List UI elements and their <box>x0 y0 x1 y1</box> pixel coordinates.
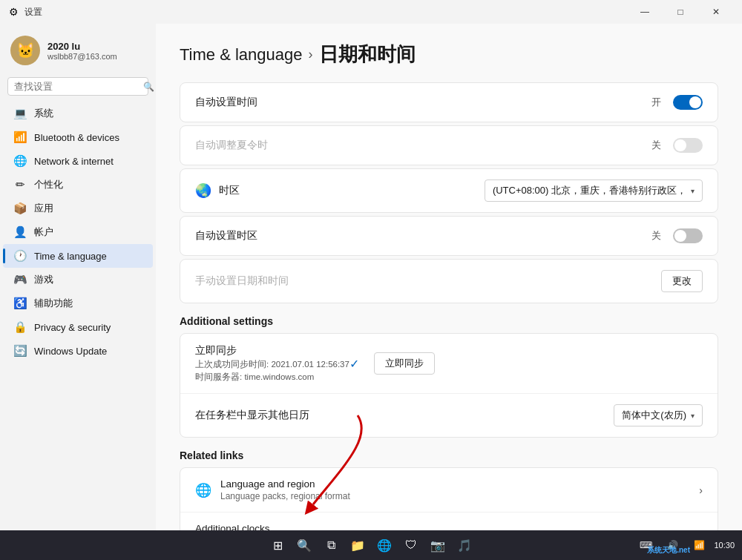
sidebar-item-bluetooth[interactable]: 📶 Bluetooth & devices <box>3 125 153 149</box>
language-region-row[interactable]: 🌐 Language and region Language packs, re… <box>180 468 718 512</box>
user-profile[interactable]: 🐱 2020 lu wslbb87@163.com <box>0 24 156 74</box>
datetime-display[interactable]: 10:30 <box>714 541 735 550</box>
search-input[interactable] <box>14 81 139 92</box>
start-button[interactable]: ⊞ <box>266 533 289 557</box>
auto-timezone-state-label: 关 <box>651 229 661 243</box>
app-body: 🐱 2020 lu wslbb87@163.com 🔍 💻 系统 📶 Bluet… <box>0 24 742 530</box>
calendar-dropdown[interactable]: 简体中文(农历) ▾ <box>614 404 703 426</box>
auto-time-state-label: 开 <box>651 96 661 109</box>
additional-clocks-title: Additional clocks <box>195 523 694 530</box>
sidebar-item-label: Time & language <box>34 251 107 262</box>
time-display: 10:30 <box>714 541 735 550</box>
related-links-section: 🌐 Language and region Language packs, re… <box>180 467 718 530</box>
breadcrumb-parent[interactable]: Time & language <box>180 45 303 65</box>
sync-title: 立即同步 <box>195 344 349 358</box>
user-info: 2020 lu wslbb87@163.com <box>47 41 117 61</box>
checkmark-icon: ✓ <box>349 357 359 371</box>
auto-timezone-toggle[interactable] <box>673 228 703 243</box>
breadcrumb: Time & language › 日期和时间 <box>180 42 718 67</box>
auto-timezone-row: 自动设置时区 关 <box>180 217 718 255</box>
accounts-icon: 👤 <box>13 225 27 239</box>
manual-datetime-label: 手动设置日期和时间 <box>195 274 661 288</box>
maximize-button[interactable]: □ <box>663 0 697 24</box>
avatar: 🐱 <box>10 36 40 65</box>
sidebar-item-label: 系统 <box>34 107 53 120</box>
calendar-value: 简体中文(农历) <box>622 409 686 422</box>
sync-now-button[interactable]: 立即同步 <box>374 352 435 375</box>
sidebar-item-time[interactable]: 🕐 Time & language <box>3 244 153 268</box>
sidebar-item-network[interactable]: 🌐 Network & internet <box>3 149 153 173</box>
camera-button[interactable]: 📷 <box>426 533 450 557</box>
additional-settings-card: 立即同步 上次成功同步时间: 2021.07.01 12:56:37 时间服务器… <box>180 333 718 438</box>
defender-button[interactable]: 🛡 <box>399 533 423 557</box>
additional-clocks-row[interactable]: Additional clocks Clocks for different t… <box>180 512 718 530</box>
sidebar-item-windows-update[interactable]: 🔄 Windows Update <box>3 339 153 363</box>
sidebar-item-label: 辅助功能 <box>34 297 73 310</box>
calendar-row: 在任务栏中显示其他日历 简体中文(农历) ▾ <box>180 393 718 437</box>
minimize-button[interactable]: — <box>628 0 662 24</box>
content-area: Time & language › 日期和时间 自动设置时间 开 自动调整夏令时 <box>156 24 742 530</box>
sidebar-item-accounts[interactable]: 👤 帐户 <box>3 220 153 244</box>
close-button[interactable]: ✕ <box>699 0 733 24</box>
auto-time-row: 自动设置时间 开 <box>180 83 718 122</box>
toggle-knob <box>674 230 686 242</box>
sidebar-item-system[interactable]: 💻 系统 <box>3 102 153 125</box>
search-taskbar-button[interactable]: 🔍 <box>292 533 316 557</box>
system-icon: 💻 <box>13 107 27 120</box>
calendar-label: 在任务栏中显示其他日历 <box>195 409 614 422</box>
toggle-knob <box>674 139 686 151</box>
auto-dst-card: 自动调整夏令时 关 <box>180 125 718 165</box>
sidebar-item-privacy[interactable]: 🔒 Privacy & security <box>3 315 153 339</box>
auto-timezone-label: 自动设置时区 <box>195 229 651 243</box>
auto-dst-toggle-group: 关 <box>651 138 703 153</box>
change-datetime-button[interactable]: 更改 <box>661 270 703 292</box>
bluetooth-icon: 📶 <box>13 131 27 144</box>
sidebar-item-accessibility[interactable]: ♿ 辅助功能 <box>3 291 153 315</box>
auto-timezone-toggle-group: 关 <box>651 228 703 243</box>
chevron-right-icon: › <box>699 484 703 496</box>
language-region-subtitle: Language packs, regional format <box>220 491 699 501</box>
sidebar-item-gaming[interactable]: 🎮 游戏 <box>3 268 153 291</box>
language-region-title: Language and region <box>220 478 699 490</box>
sidebar-item-apps[interactable]: 📦 应用 <box>3 197 153 220</box>
auto-time-toggle[interactable] <box>673 95 703 110</box>
time-icon: 🕐 <box>13 249 27 263</box>
additional-settings-title: Additional settings <box>180 315 718 327</box>
sidebar-item-label: 个性化 <box>34 178 63 191</box>
sidebar-item-label: 帐户 <box>34 225 53 239</box>
auto-time-card: 自动设置时间 开 <box>180 82 718 122</box>
network-taskbar-icon[interactable]: 📶 <box>687 533 711 557</box>
sidebar-item-label: 应用 <box>34 202 53 215</box>
search-icon: 🔍 <box>143 82 154 92</box>
sync-row: 立即同步 上次成功同步时间: 2021.07.01 12:56:37 时间服务器… <box>180 334 718 393</box>
user-name: 2020 lu <box>47 41 117 52</box>
auto-time-label: 自动设置时间 <box>195 96 651 109</box>
edge-button[interactable]: 🌐 <box>372 533 396 557</box>
breadcrumb-current: 日期和时间 <box>319 42 416 67</box>
music-button[interactable]: 🎵 <box>453 533 476 557</box>
personalization-icon: ✏ <box>13 178 27 191</box>
sidebar-item-label: Windows Update <box>34 346 107 357</box>
timezone-value: (UTC+08:00) 北京，重庆，香港特别行政区， <box>493 184 686 197</box>
timezone-row: 🌏 时区 (UTC+08:00) 北京，重庆，香港特别行政区， ▾ <box>180 169 718 212</box>
auto-time-toggle-group: 开 <box>651 95 703 110</box>
network-icon: 🌐 <box>13 154 27 168</box>
manual-datetime-card: 手动设置日期和时间 更改 <box>180 259 718 303</box>
auto-timezone-card: 自动设置时区 关 <box>180 216 718 256</box>
sidebar-item-label: Bluetooth & devices <box>34 132 119 143</box>
timezone-dropdown[interactable]: (UTC+08:00) 北京，重庆，香港特别行政区， ▾ <box>485 179 703 202</box>
sidebar-item-personalization[interactable]: ✏ 个性化 <box>3 173 153 197</box>
auto-dst-row: 自动调整夏令时 关 <box>180 126 718 165</box>
windows-update-icon: 🔄 <box>13 344 27 358</box>
taskview-button[interactable]: ⧉ <box>319 533 343 557</box>
chevron-down-icon: ▾ <box>691 187 695 195</box>
sync-sub1: 上次成功同步时间: 2021.07.01 12:56:37 <box>195 359 349 370</box>
additional-clocks-info: Additional clocks Clocks for different t… <box>195 523 694 530</box>
explorer-button[interactable]: 📁 <box>346 533 370 557</box>
search-box[interactable]: 🔍 <box>7 77 148 96</box>
auto-dst-toggle[interactable] <box>673 138 703 153</box>
titlebar: ⚙ 设置 — □ ✕ <box>0 0 742 24</box>
taskbar-right: ⌨ 🔊 📶 10:30 系统天地.net <box>634 533 735 557</box>
sidebar-item-label: 游戏 <box>34 273 53 286</box>
language-region-icon: 🌐 <box>195 482 211 498</box>
